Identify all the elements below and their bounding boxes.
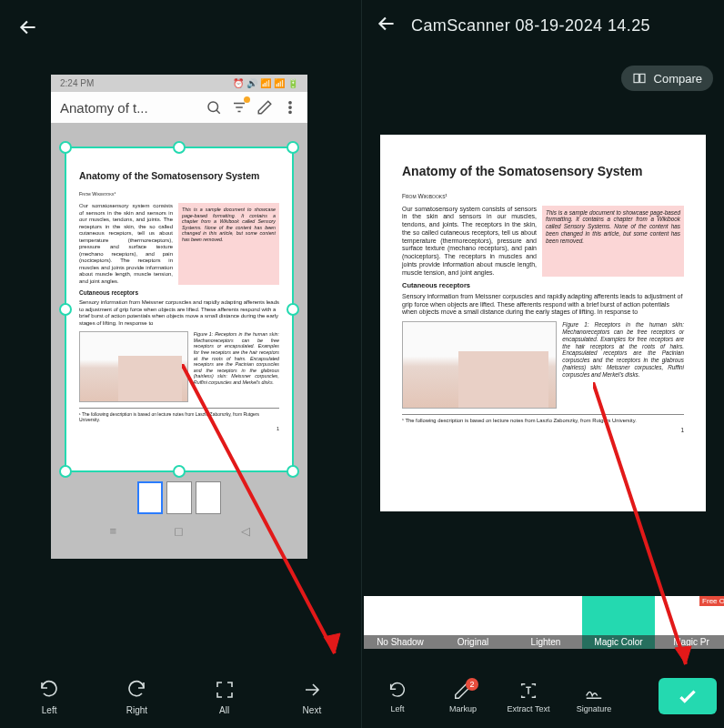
filter-icon[interactable] (231, 99, 247, 116)
compare-label: Compare (654, 72, 702, 86)
compare-button[interactable]: Compare (621, 66, 713, 91)
crop-handle-tr[interactable] (287, 141, 299, 154)
crop-handle-br[interactable] (287, 465, 299, 478)
crop-handle-mr[interactable] (287, 303, 299, 316)
thumbnail-2[interactable] (166, 481, 192, 514)
page-thumbnails (51, 472, 307, 520)
filter-label: Original (437, 635, 509, 649)
svg-point-0 (208, 102, 218, 112)
nav-back-icon[interactable]: ◁ (237, 524, 254, 538)
extract-text-button[interactable]: Extract Text (500, 680, 557, 713)
filter-original[interactable]: Original (437, 596, 509, 664)
thumbnail-1[interactable] (137, 481, 163, 514)
doc-sidebox: This is a sample document to showcase pa… (178, 203, 279, 285)
back-button[interactable] (375, 12, 398, 39)
phone-preview: 2:24 PM ⏰🔊📶📶🔋 Anatomy of t... Anatomy of… (51, 75, 307, 559)
doc-pgnum: 1 (79, 426, 279, 432)
doc-footnote: ¹ The following description is based on … (402, 414, 684, 424)
nav-menu-icon[interactable]: ≡ (105, 524, 121, 538)
svg-rect-6 (634, 74, 639, 82)
page-title: CamScanner 08-19-2024 14.25 (411, 16, 650, 35)
next-label: Next (303, 705, 322, 715)
rotate-left-label: Left (390, 704, 404, 713)
rotate-left-icon (37, 678, 61, 702)
filter-label: No Shadow (364, 635, 437, 649)
check-icon (676, 684, 699, 708)
crop-handle-ml[interactable] (59, 303, 72, 316)
svg-point-2 (289, 106, 291, 108)
phone-nav-bar: ≡ ◻ ◁ (51, 520, 307, 542)
signature-label: Signature (577, 704, 612, 713)
markup-button[interactable]: 2 Markup (435, 680, 491, 713)
search-icon[interactable] (206, 99, 222, 116)
rotate-right-button[interactable]: Right (125, 678, 148, 715)
back-button[interactable] (16, 15, 40, 43)
doc-footnote: ¹ The following description is based on … (79, 408, 279, 423)
doc-figcap: Figure 1: Receptors in the human skin: M… (194, 331, 279, 402)
doc-figure (402, 321, 557, 409)
phone-status-bar: 2:24 PM ⏰🔊📶📶🔋 (51, 75, 307, 92)
crop-handle-tm[interactable] (173, 141, 186, 154)
phone-appbar: Anatomy of t... (51, 92, 307, 123)
markup-label: Markup (449, 704, 477, 713)
rotate-right-icon (125, 678, 148, 702)
doc-title: Anatomy of the Somatosensory System (402, 164, 684, 180)
crop-frame[interactable]: Anatomy of the Somatosensory System From… (65, 147, 294, 472)
doc-p1: Our somatosensory system consists of sen… (402, 206, 537, 278)
crop-handle-tl[interactable] (59, 141, 72, 154)
scanned-page: Anatomy of the Somatosensory System From… (380, 135, 706, 511)
filter-lighten[interactable]: Lighten (509, 596, 582, 664)
document-page: Anatomy of the Somatosensory System From… (66, 148, 292, 441)
right-bottom-bar: Left 2 Markup Extract Text Signature (362, 664, 724, 728)
signature-icon (583, 680, 605, 702)
filter-label: Magic Pr (655, 635, 724, 649)
extract-text-label: Extract Text (508, 704, 550, 713)
doc-from: From Wikibooks¹ (402, 193, 684, 200)
rotate-left-button[interactable]: Left (369, 680, 426, 713)
filter-row: No Shadow Original Lighten Magic Color F… (362, 596, 724, 664)
expand-icon (213, 678, 236, 702)
doc-p1: Our somatosensory system consists of sen… (79, 203, 173, 285)
status-time: 2:24 PM (60, 78, 94, 88)
free-badge: Free O (699, 596, 724, 606)
rotate-left-button[interactable]: Left (37, 678, 61, 715)
confirm-button[interactable] (659, 678, 717, 714)
rotate-right-label: Right (126, 705, 147, 715)
edit-icon[interactable] (256, 99, 273, 116)
left-bottom-bar: Left Right All Next (0, 664, 361, 728)
doc-pgnum: 1 (402, 427, 684, 434)
svg-point-1 (289, 102, 291, 104)
filter-label: Lighten (509, 635, 582, 649)
markup-badge: 2 (466, 678, 478, 691)
filter-label: Magic Color (582, 635, 655, 649)
doc-h2: Cutaneous receptors (402, 281, 684, 289)
crop-handle-bl[interactable] (59, 465, 72, 478)
filter-magicpro[interactable]: Free O Magic Pr (655, 596, 724, 664)
phone-app-title: Anatomy of t... (60, 100, 196, 116)
doc-h2: Cutaneous receptors (79, 289, 279, 297)
svg-marker-5 (324, 633, 340, 653)
more-icon[interactable] (282, 99, 298, 116)
svg-point-3 (289, 111, 291, 113)
select-all-label: All (219, 705, 229, 715)
filter-noshadow[interactable]: No Shadow (364, 596, 437, 664)
crop-handle-bm[interactable] (173, 465, 186, 478)
arrow-right-icon (300, 678, 324, 702)
svg-rect-7 (639, 74, 644, 82)
rotate-left-label: Left (42, 705, 57, 715)
signature-button[interactable]: Signature (566, 680, 622, 713)
filter-magiccolor[interactable]: Magic Color (582, 596, 655, 664)
doc-sidebox: This is a sample document to showcase pa… (542, 206, 684, 278)
doc-figure (79, 331, 188, 402)
next-button[interactable]: Next (300, 678, 324, 715)
doc-figcap: Figure 1: Receptors in the human skin: M… (562, 321, 684, 409)
doc-p2: Sensory information from Meissner corpus… (79, 299, 279, 327)
select-all-button[interactable]: All (213, 678, 236, 715)
extract-text-icon (518, 680, 539, 702)
nav-home-icon[interactable]: ◻ (171, 524, 187, 538)
thumbnail-3[interactable] (196, 481, 221, 514)
status-icons: ⏰🔊📶📶🔋 (230, 78, 298, 88)
rotate-left-icon (387, 680, 408, 702)
doc-from: From Wikibooks¹ (79, 191, 279, 197)
doc-title: Anatomy of the Somatosensory System (79, 170, 279, 182)
